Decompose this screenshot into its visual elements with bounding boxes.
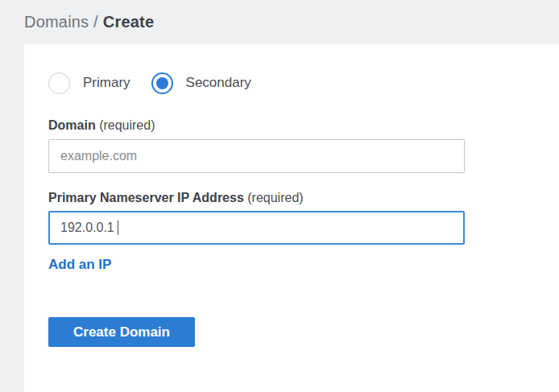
primary-radio[interactable] bbox=[48, 72, 70, 94]
add-an-ip-link[interactable]: Add an IP bbox=[48, 257, 111, 273]
primary-nameserver-ip-input[interactable] bbox=[48, 211, 465, 245]
domains-create-page: Domains / Create Primary Secondary Domai… bbox=[0, 0, 559, 392]
ip-required-note: (required) bbox=[247, 191, 303, 204]
text-cursor bbox=[118, 221, 118, 235]
ip-field-label: Primary Nameserver IP Address (required) bbox=[48, 192, 559, 204]
breadcrumb: Domains / Create bbox=[24, 0, 559, 44]
primary-radio-label[interactable]: Primary bbox=[83, 75, 130, 91]
create-domain-button[interactable]: Create Domain bbox=[48, 317, 195, 347]
domain-label-text: Domain bbox=[48, 118, 96, 132]
breadcrumb-current-create: Create bbox=[103, 13, 154, 31]
radio-selected-dot bbox=[156, 77, 168, 89]
secondary-radio-label[interactable]: Secondary bbox=[186, 75, 251, 91]
ip-input-wrap bbox=[48, 211, 465, 245]
domain-input[interactable] bbox=[48, 139, 465, 173]
ip-label-text: Primary Nameserver IP Address bbox=[48, 191, 244, 204]
domain-required-note: (required) bbox=[99, 118, 155, 132]
domain-type-radio-group: Primary Secondary bbox=[48, 72, 559, 94]
breadcrumb-domains-link[interactable]: Domains / bbox=[24, 13, 98, 31]
secondary-radio[interactable] bbox=[151, 72, 173, 94]
create-domain-form-panel: Primary Secondary Domain (required) Prim… bbox=[24, 44, 559, 392]
domain-field-label: Domain (required) bbox=[48, 119, 559, 132]
